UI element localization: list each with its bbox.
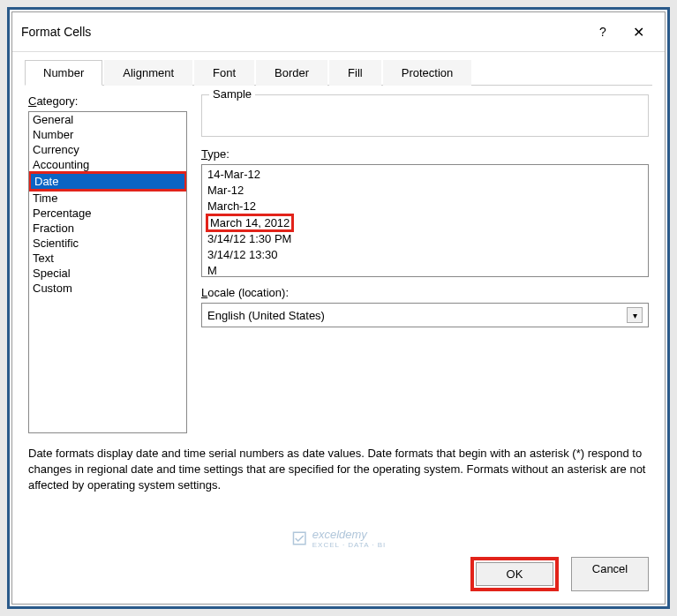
category-item-special[interactable]: Special: [29, 266, 186, 281]
sample-label: Sample: [209, 87, 255, 101]
tab-number[interactable]: Number: [25, 60, 102, 86]
locale-select[interactable]: English (United States) ▾: [201, 303, 649, 327]
format-description: Date formats display date and time seria…: [28, 446, 649, 494]
tab-border[interactable]: Border: [256, 60, 327, 86]
category-item-percentage[interactable]: Percentage: [29, 206, 186, 221]
titlebar: Format Cells ? ✕: [12, 12, 665, 52]
tab-protection[interactable]: Protection: [383, 60, 472, 86]
tab-font[interactable]: Font: [194, 60, 254, 86]
close-button[interactable]: ✕: [621, 19, 656, 44]
category-item-date[interactable]: Date: [31, 174, 184, 189]
type-item[interactable]: M: [206, 263, 644, 277]
help-button[interactable]: ?: [585, 19, 621, 44]
tab-strip: Number Alignment Font Border Fill Protec…: [25, 59, 652, 86]
tab-fill[interactable]: Fill: [329, 60, 381, 86]
ok-button[interactable]: OK: [476, 562, 553, 586]
category-item-number[interactable]: Number: [29, 127, 186, 142]
locale-label: Locale (location):: [201, 286, 649, 299]
category-item-text[interactable]: Text: [29, 251, 186, 266]
type-item[interactable]: March-12: [206, 199, 644, 214]
type-item[interactable]: Mar-12: [206, 183, 644, 199]
watermark-icon: [291, 530, 307, 546]
locale-value: English (United States): [207, 309, 325, 322]
category-item-scientific[interactable]: Scientific: [29, 236, 186, 251]
cancel-button[interactable]: Cancel: [571, 557, 649, 591]
dialog-title: Format Cells: [21, 25, 585, 39]
category-listbox[interactable]: General Number Currency Accounting Date …: [28, 111, 187, 433]
type-label: Type:: [201, 147, 649, 161]
type-item-highlighted[interactable]: March 14, 2012: [208, 216, 291, 229]
chevron-down-icon: ▾: [627, 307, 643, 323]
type-item[interactable]: 3/14/12 1:30 PM: [206, 231, 644, 247]
format-cells-dialog: Format Cells ? ✕ Number Alignment Font B…: [11, 11, 666, 605]
category-item-fraction[interactable]: Fraction: [29, 221, 186, 236]
sample-group: Sample: [201, 94, 649, 137]
category-item-general[interactable]: General: [29, 112, 186, 127]
button-row: OK Cancel: [12, 545, 665, 604]
tab-alignment[interactable]: Alignment: [104, 60, 192, 86]
type-item[interactable]: 3/14/12 13:30: [206, 247, 644, 263]
svg-rect-0: [293, 532, 305, 545]
type-item[interactable]: 14-Mar-12: [206, 167, 644, 183]
category-label: Category:: [28, 94, 187, 108]
category-item-time[interactable]: Time: [29, 191, 186, 206]
type-listbox[interactable]: 14-Mar-12 Mar-12 March-12 March 14, 2012…: [201, 164, 649, 277]
watermark: exceldemy EXCEL · DATA · BI: [291, 528, 387, 549]
category-item-custom[interactable]: Custom: [29, 281, 186, 296]
category-item-currency[interactable]: Currency: [29, 142, 186, 157]
category-item-accounting[interactable]: Accounting: [29, 157, 186, 172]
